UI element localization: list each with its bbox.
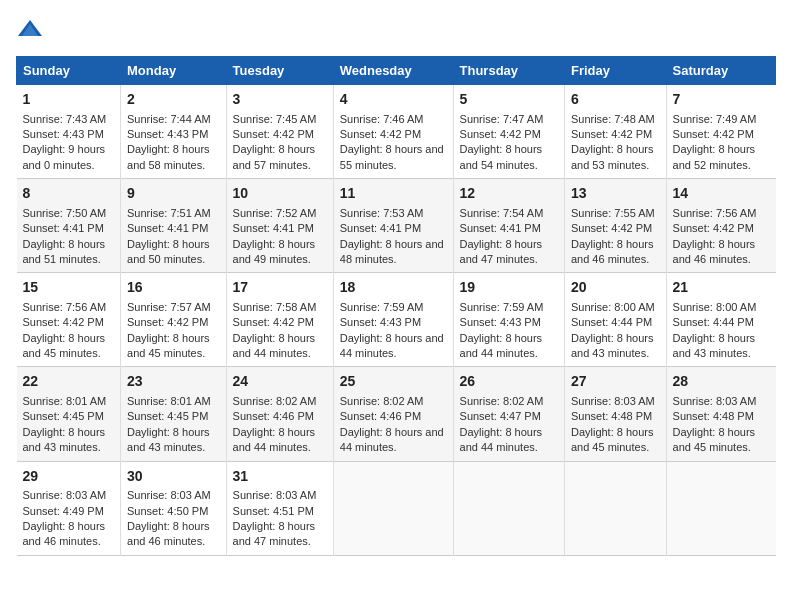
sunrise-text: Sunrise: 8:03 AM bbox=[233, 489, 317, 501]
col-header-saturday: Saturday bbox=[666, 57, 775, 85]
sunset-text: Sunset: 4:42 PM bbox=[673, 222, 754, 234]
sunrise-text: Sunrise: 7:43 AM bbox=[23, 113, 107, 125]
sunrise-text: Sunrise: 7:53 AM bbox=[340, 207, 424, 219]
daylight-text: Daylight: 8 hours and 46 minutes. bbox=[673, 238, 756, 265]
calendar-cell: 21 Sunrise: 8:00 AM Sunset: 4:44 PM Dayl… bbox=[666, 273, 775, 367]
calendar-cell: 17 Sunrise: 7:58 AM Sunset: 4:42 PM Dayl… bbox=[226, 273, 333, 367]
sunset-text: Sunset: 4:42 PM bbox=[673, 128, 754, 140]
sunrise-text: Sunrise: 8:03 AM bbox=[673, 395, 757, 407]
calendar-cell: 15 Sunrise: 7:56 AM Sunset: 4:42 PM Dayl… bbox=[17, 273, 121, 367]
calendar-cell: 9 Sunrise: 7:51 AM Sunset: 4:41 PM Dayli… bbox=[121, 179, 227, 273]
day-number: 23 bbox=[127, 372, 220, 392]
day-number: 29 bbox=[23, 467, 115, 487]
calendar-cell: 29 Sunrise: 8:03 AM Sunset: 4:49 PM Dayl… bbox=[17, 461, 121, 555]
sunset-text: Sunset: 4:41 PM bbox=[233, 222, 314, 234]
daylight-text: Daylight: 8 hours and 55 minutes. bbox=[340, 143, 444, 170]
sunset-text: Sunset: 4:42 PM bbox=[340, 128, 421, 140]
week-row-5: 29 Sunrise: 8:03 AM Sunset: 4:49 PM Dayl… bbox=[17, 461, 776, 555]
sunset-text: Sunset: 4:42 PM bbox=[127, 316, 208, 328]
sunset-text: Sunset: 4:42 PM bbox=[571, 222, 652, 234]
sunset-text: Sunset: 4:41 PM bbox=[23, 222, 104, 234]
sunset-text: Sunset: 4:49 PM bbox=[23, 505, 104, 517]
day-number: 2 bbox=[127, 90, 220, 110]
logo bbox=[16, 16, 48, 44]
sunrise-text: Sunrise: 7:45 AM bbox=[233, 113, 317, 125]
col-header-sunday: Sunday bbox=[17, 57, 121, 85]
day-number: 24 bbox=[233, 372, 327, 392]
col-header-tuesday: Tuesday bbox=[226, 57, 333, 85]
calendar-cell: 22 Sunrise: 8:01 AM Sunset: 4:45 PM Dayl… bbox=[17, 367, 121, 461]
sunset-text: Sunset: 4:41 PM bbox=[127, 222, 208, 234]
calendar-cell: 8 Sunrise: 7:50 AM Sunset: 4:41 PM Dayli… bbox=[17, 179, 121, 273]
day-number: 5 bbox=[460, 90, 558, 110]
sunset-text: Sunset: 4:48 PM bbox=[571, 410, 652, 422]
calendar-header-row: SundayMondayTuesdayWednesdayThursdayFrid… bbox=[17, 57, 776, 85]
daylight-text: Daylight: 8 hours and 50 minutes. bbox=[127, 238, 210, 265]
day-number: 20 bbox=[571, 278, 660, 298]
day-number: 22 bbox=[23, 372, 115, 392]
day-number: 15 bbox=[23, 278, 115, 298]
sunset-text: Sunset: 4:45 PM bbox=[127, 410, 208, 422]
daylight-text: Daylight: 8 hours and 45 minutes. bbox=[571, 426, 654, 453]
sunrise-text: Sunrise: 7:54 AM bbox=[460, 207, 544, 219]
calendar-table: SundayMondayTuesdayWednesdayThursdayFrid… bbox=[16, 56, 776, 556]
day-number: 4 bbox=[340, 90, 447, 110]
col-header-wednesday: Wednesday bbox=[333, 57, 453, 85]
sunset-text: Sunset: 4:44 PM bbox=[571, 316, 652, 328]
daylight-text: Daylight: 8 hours and 47 minutes. bbox=[233, 520, 316, 547]
sunset-text: Sunset: 4:42 PM bbox=[460, 128, 541, 140]
calendar-cell: 7 Sunrise: 7:49 AM Sunset: 4:42 PM Dayli… bbox=[666, 85, 775, 179]
sunset-text: Sunset: 4:41 PM bbox=[460, 222, 541, 234]
week-row-1: 1 Sunrise: 7:43 AM Sunset: 4:43 PM Dayli… bbox=[17, 85, 776, 179]
day-number: 8 bbox=[23, 184, 115, 204]
daylight-text: Daylight: 8 hours and 43 minutes. bbox=[23, 426, 106, 453]
day-number: 3 bbox=[233, 90, 327, 110]
day-number: 31 bbox=[233, 467, 327, 487]
sunrise-text: Sunrise: 7:59 AM bbox=[460, 301, 544, 313]
sunset-text: Sunset: 4:42 PM bbox=[571, 128, 652, 140]
calendar-cell bbox=[564, 461, 666, 555]
sunrise-text: Sunrise: 7:55 AM bbox=[571, 207, 655, 219]
sunrise-text: Sunrise: 7:57 AM bbox=[127, 301, 211, 313]
daylight-text: Daylight: 8 hours and 43 minutes. bbox=[571, 332, 654, 359]
calendar-cell: 14 Sunrise: 7:56 AM Sunset: 4:42 PM Dayl… bbox=[666, 179, 775, 273]
sunrise-text: Sunrise: 8:03 AM bbox=[23, 489, 107, 501]
sunrise-text: Sunrise: 8:02 AM bbox=[233, 395, 317, 407]
sunrise-text: Sunrise: 8:02 AM bbox=[460, 395, 544, 407]
sunset-text: Sunset: 4:43 PM bbox=[340, 316, 421, 328]
daylight-text: Daylight: 8 hours and 44 minutes. bbox=[340, 426, 444, 453]
calendar-cell: 26 Sunrise: 8:02 AM Sunset: 4:47 PM Dayl… bbox=[453, 367, 564, 461]
week-row-2: 8 Sunrise: 7:50 AM Sunset: 4:41 PM Dayli… bbox=[17, 179, 776, 273]
calendar-cell: 31 Sunrise: 8:03 AM Sunset: 4:51 PM Dayl… bbox=[226, 461, 333, 555]
sunset-text: Sunset: 4:46 PM bbox=[340, 410, 421, 422]
week-row-3: 15 Sunrise: 7:56 AM Sunset: 4:42 PM Dayl… bbox=[17, 273, 776, 367]
sunrise-text: Sunrise: 7:44 AM bbox=[127, 113, 211, 125]
daylight-text: Daylight: 8 hours and 45 minutes. bbox=[127, 332, 210, 359]
sunrise-text: Sunrise: 7:51 AM bbox=[127, 207, 211, 219]
daylight-text: Daylight: 8 hours and 48 minutes. bbox=[340, 238, 444, 265]
calendar-cell: 30 Sunrise: 8:03 AM Sunset: 4:50 PM Dayl… bbox=[121, 461, 227, 555]
sunset-text: Sunset: 4:43 PM bbox=[460, 316, 541, 328]
sunrise-text: Sunrise: 8:03 AM bbox=[127, 489, 211, 501]
sunset-text: Sunset: 4:46 PM bbox=[233, 410, 314, 422]
calendar-cell: 18 Sunrise: 7:59 AM Sunset: 4:43 PM Dayl… bbox=[333, 273, 453, 367]
calendar-cell: 11 Sunrise: 7:53 AM Sunset: 4:41 PM Dayl… bbox=[333, 179, 453, 273]
daylight-text: Daylight: 8 hours and 47 minutes. bbox=[460, 238, 543, 265]
calendar-cell: 25 Sunrise: 8:02 AM Sunset: 4:46 PM Dayl… bbox=[333, 367, 453, 461]
calendar-cell bbox=[453, 461, 564, 555]
day-number: 19 bbox=[460, 278, 558, 298]
day-number: 7 bbox=[673, 90, 770, 110]
daylight-text: Daylight: 8 hours and 45 minutes. bbox=[673, 426, 756, 453]
daylight-text: Daylight: 8 hours and 43 minutes. bbox=[127, 426, 210, 453]
calendar-cell: 12 Sunrise: 7:54 AM Sunset: 4:41 PM Dayl… bbox=[453, 179, 564, 273]
calendar-cell: 3 Sunrise: 7:45 AM Sunset: 4:42 PM Dayli… bbox=[226, 85, 333, 179]
calendar-cell: 19 Sunrise: 7:59 AM Sunset: 4:43 PM Dayl… bbox=[453, 273, 564, 367]
day-number: 21 bbox=[673, 278, 770, 298]
sunset-text: Sunset: 4:51 PM bbox=[233, 505, 314, 517]
sunrise-text: Sunrise: 7:49 AM bbox=[673, 113, 757, 125]
day-number: 9 bbox=[127, 184, 220, 204]
day-number: 1 bbox=[23, 90, 115, 110]
day-number: 13 bbox=[571, 184, 660, 204]
daylight-text: Daylight: 8 hours and 51 minutes. bbox=[23, 238, 106, 265]
calendar-cell: 1 Sunrise: 7:43 AM Sunset: 4:43 PM Dayli… bbox=[17, 85, 121, 179]
